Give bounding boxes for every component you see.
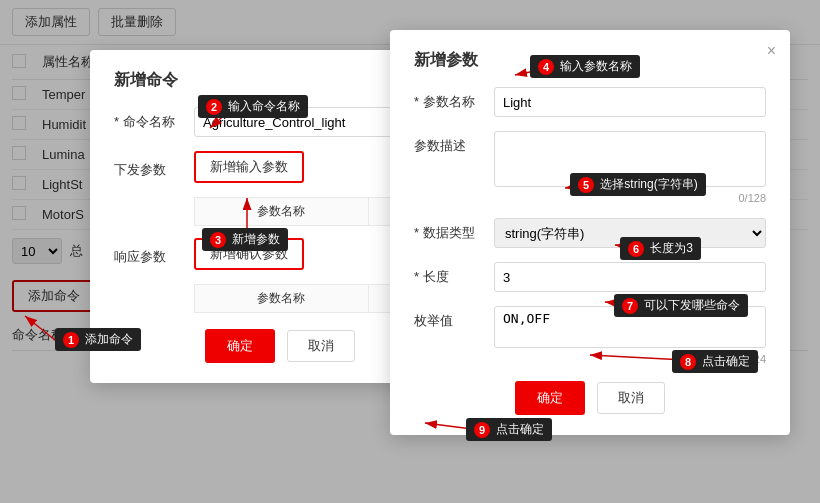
new-param-dialog: × 新增参数 * 参数名称 参数描述 0/128 * 数据类型 string(字… bbox=[390, 30, 790, 435]
param-name-row: * 参数名称 bbox=[414, 87, 766, 117]
param-type-row: * 数据类型 string(字符串) int(整数) float(浮点数) bo… bbox=[414, 218, 766, 248]
param-name-label: * 参数名称 bbox=[414, 87, 494, 111]
param-enum-label: 枚举值 bbox=[414, 306, 494, 330]
param-cancel-button[interactable]: 取消 bbox=[597, 382, 665, 414]
param-desc-label: 参数描述 bbox=[414, 131, 494, 155]
cmd-params-label: 下发参数 bbox=[114, 155, 194, 179]
add-input-param-button[interactable]: 新增输入参数 bbox=[194, 151, 304, 183]
param-desc-row: 参数描述 0/128 bbox=[414, 131, 766, 204]
param-enum-textarea[interactable]: ON,OFF bbox=[494, 306, 766, 348]
param-type-select[interactable]: string(字符串) int(整数) float(浮点数) bool(布尔) … bbox=[494, 218, 766, 248]
cmd-confirm-button[interactable]: 确定 bbox=[205, 329, 275, 363]
param-name-input[interactable] bbox=[494, 87, 766, 117]
desc-char-count: 0/128 bbox=[494, 192, 766, 204]
param-col-name: 参数名称 bbox=[195, 198, 369, 226]
param-length-row: * 长度 bbox=[414, 262, 766, 292]
param-desc-textarea[interactable] bbox=[494, 131, 766, 187]
add-resp-param-button[interactable]: 新增确认参数 bbox=[194, 238, 304, 270]
param-dialog-footer: 确定 取消 bbox=[414, 381, 766, 415]
enum-char-count: 6/1,024 bbox=[494, 353, 766, 365]
close-param-dialog-button[interactable]: × bbox=[767, 42, 776, 60]
param-length-label: * 长度 bbox=[414, 262, 494, 286]
resp-params-label: 响应参数 bbox=[114, 242, 194, 266]
resp-col-name: 参数名称 bbox=[195, 285, 369, 313]
param-confirm-button[interactable]: 确定 bbox=[515, 381, 585, 415]
cmd-cancel-button[interactable]: 取消 bbox=[287, 330, 355, 362]
param-length-input[interactable] bbox=[494, 262, 766, 292]
param-enum-row: 枚举值 ON,OFF 6/1,024 bbox=[414, 306, 766, 365]
param-type-label: * 数据类型 bbox=[414, 218, 494, 242]
cmd-name-label: * 命令名称 bbox=[114, 107, 194, 131]
param-dialog-title: 新增参数 bbox=[414, 50, 766, 71]
